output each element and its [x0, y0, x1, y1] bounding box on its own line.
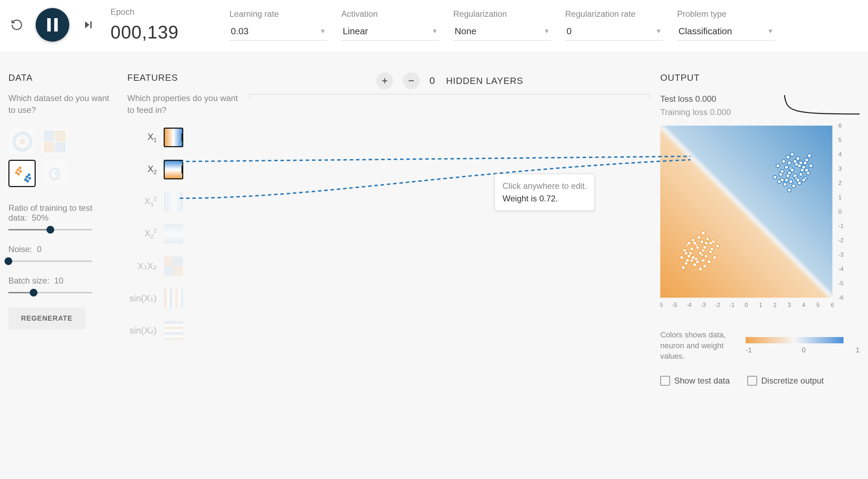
dataset-circle[interactable] — [8, 128, 36, 155]
learning-rate-block: Learning rate 0.03 ▼ — [229, 9, 327, 41]
svg-point-17 — [26, 180, 29, 183]
svg-point-46 — [802, 178, 805, 182]
dataset-xor[interactable] — [41, 128, 68, 155]
svg-point-42 — [796, 157, 800, 160]
svg-point-77 — [681, 266, 685, 269]
svg-point-40 — [786, 155, 790, 159]
feature-toggle[interactable] — [164, 256, 183, 276]
feature-toggle[interactable] — [164, 321, 183, 340]
feature-label: sin(X₂) — [127, 325, 157, 336]
problem-type-select[interactable]: Classification ▼ — [677, 24, 775, 41]
weight-tooltip[interactable]: Click anywhere to edit. Weight is 0.72. — [495, 174, 595, 211]
svg-point-45 — [783, 183, 787, 186]
show-test-checkbox[interactable]: Show test data — [660, 376, 730, 386]
add-layer-button[interactable] — [376, 72, 393, 89]
activation-select[interactable]: Linear ▼ — [341, 24, 439, 41]
svg-point-84 — [702, 231, 705, 235]
feature-label: X12 — [127, 196, 157, 208]
network-column: 0 HIDDEN LAYERS Click anywhere to edit. … — [250, 72, 650, 386]
tooltip-line2: Weight is 0.72. — [503, 192, 587, 205]
activation-block: Activation Linear ▼ — [341, 9, 439, 41]
step-button[interactable] — [80, 16, 97, 33]
svg-point-13 — [26, 176, 28, 178]
feature-row: sin(X₁) — [127, 288, 239, 308]
svg-point-33 — [802, 165, 805, 169]
svg-text:-2: -2 — [715, 302, 720, 308]
remove-layer-button[interactable] — [403, 72, 420, 89]
discretize-checkbox[interactable]: Discretize output — [747, 376, 824, 386]
regularization-rate-block: Regularization rate 0 ▼ — [565, 9, 663, 41]
playback-controls — [8, 8, 97, 42]
svg-text:3: 3 — [788, 302, 791, 308]
regenerate-button[interactable]: REGENERATE — [8, 307, 85, 329]
svg-point-87 — [684, 251, 688, 255]
batch-slider-block: Batch size: 10 — [8, 276, 117, 293]
svg-point-85 — [706, 237, 709, 241]
feature-row: X12 — [127, 192, 239, 212]
svg-point-83 — [697, 236, 701, 239]
svg-point-81 — [699, 267, 702, 271]
svg-point-93 — [700, 240, 704, 243]
noise-slider-block: Noise: 0 — [8, 244, 117, 262]
pause-icon — [47, 18, 58, 31]
svg-text:4: 4 — [838, 151, 841, 158]
play-pause-button[interactable] — [36, 8, 69, 42]
svg-text:3: 3 — [838, 165, 841, 172]
svg-point-80 — [703, 264, 706, 268]
feature-row: X22 — [127, 224, 239, 244]
svg-text:1: 1 — [838, 194, 841, 201]
ratio-slider-block: Ratio of training to test data: 50% — [8, 203, 117, 230]
svg-point-37 — [807, 154, 811, 157]
learning-rate-label: Learning rate — [229, 9, 327, 19]
feature-toggle[interactable] — [164, 160, 183, 179]
svg-text:-4: -4 — [686, 302, 691, 308]
svg-rect-5 — [55, 131, 65, 141]
svg-text:-5: -5 — [838, 280, 844, 287]
activation-value: Linear — [343, 26, 368, 37]
feature-toggle[interactable] — [164, 288, 183, 308]
feature-toggle[interactable] — [164, 192, 183, 212]
svg-point-82 — [693, 263, 696, 266]
dataset-gauss[interactable] — [8, 160, 36, 187]
svg-point-25 — [785, 178, 788, 182]
regularization-rate-select[interactable]: 0 ▼ — [565, 24, 663, 41]
output-heatmap[interactable]: -6-6-5-5-4-4-3-3-2-2-1-100112233445566 — [660, 122, 846, 318]
problem-type-value: Classification — [678, 26, 732, 37]
epoch-label: Epoch — [111, 7, 215, 17]
regularization-select[interactable]: None ▼ — [453, 24, 551, 41]
svg-point-56 — [786, 174, 790, 177]
ratio-slider[interactable] — [8, 229, 92, 230]
feature-label: X₁X₂ — [127, 261, 157, 272]
regularization-label: Regularization — [453, 9, 551, 19]
svg-point-90 — [704, 254, 708, 258]
svg-text:-4: -4 — [838, 266, 844, 272]
problem-type-label: Problem type — [677, 9, 775, 19]
epoch-value: 000,139 — [111, 22, 215, 43]
features-subtitle: Which properties do you want to feed in? — [127, 92, 239, 116]
svg-point-54 — [793, 159, 797, 163]
hidden-layers-label: HIDDEN LAYERS — [446, 76, 524, 86]
svg-point-57 — [790, 168, 794, 172]
feature-toggle[interactable] — [164, 128, 183, 147]
learning-rate-select[interactable]: 0.03 ▼ — [229, 24, 327, 41]
epoch-block: Epoch 000,139 — [111, 7, 215, 43]
feature-row: sin(X₂) — [127, 321, 239, 340]
svg-text:2: 2 — [838, 180, 841, 186]
svg-point-61 — [780, 178, 784, 182]
reset-button[interactable] — [8, 16, 25, 33]
activation-label: Activation — [341, 9, 439, 19]
batch-slider[interactable] — [8, 292, 92, 293]
noise-slider[interactable] — [8, 260, 92, 262]
svg-point-53 — [789, 180, 792, 183]
layers-bracket — [250, 94, 650, 94]
chevron-down-icon: ▼ — [655, 28, 662, 35]
dataset-spiral[interactable] — [41, 160, 68, 187]
svg-point-39 — [782, 159, 785, 163]
svg-text:0: 0 — [745, 302, 748, 308]
svg-point-96 — [703, 245, 706, 249]
svg-point-14 — [28, 173, 30, 176]
output-column: OUTPUT Test loss 0.000 Training loss 0.0… — [660, 72, 860, 386]
svg-point-95 — [693, 241, 696, 245]
feature-toggle[interactable] — [164, 224, 183, 244]
dataset-grid — [8, 128, 117, 187]
